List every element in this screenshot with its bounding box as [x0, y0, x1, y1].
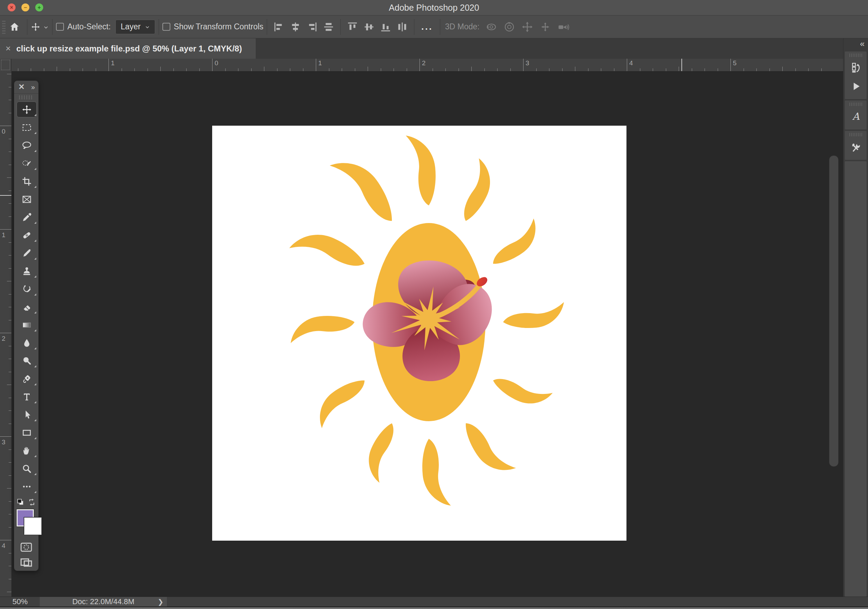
horizontal-ruler[interactable]: 1012345 — [11, 59, 843, 71]
swap-colors-icon[interactable] — [28, 498, 36, 507]
blur-tool[interactable] — [14, 334, 39, 352]
frame-tool[interactable] — [14, 190, 39, 208]
hand-tool[interactable] — [14, 442, 39, 459]
crop-tool-icon — [22, 176, 32, 187]
ruler-label: 0 — [2, 128, 6, 135]
more-align-options-button[interactable]: ... — [421, 22, 433, 32]
history-panel-button[interactable] — [846, 58, 866, 77]
show-transform-label: Show Transform Controls — [174, 22, 263, 31]
history-panel-icon — [850, 62, 862, 74]
svg-text:A: A — [852, 111, 860, 122]
panel-group-grip[interactable] — [849, 54, 862, 57]
align-buttons-group — [271, 21, 337, 33]
vertical-ruler[interactable]: 01234 — [0, 71, 12, 597]
ruler-cursor-indicator — [0, 195, 11, 196]
panel-group — [845, 51, 866, 99]
background-color-swatch[interactable] — [24, 518, 42, 535]
3d-roll-icon — [503, 21, 516, 33]
home-button[interactable] — [6, 18, 23, 36]
distribute-vertical-centers-icon[interactable] — [396, 21, 408, 33]
auto-select-checkbox[interactable] — [56, 23, 64, 31]
photoshop-window: × − + Adobe Photoshop 2020 Auto-Select: … — [0, 0, 868, 609]
3d-mode-label: 3D Mode: — [445, 22, 480, 31]
edit-toolbar-tool[interactable] — [14, 478, 39, 495]
align-buttons-group-2 — [344, 21, 411, 33]
ruler-label: 4 — [2, 542, 6, 550]
crop-tool[interactable] — [14, 172, 39, 190]
type-tool-icon — [22, 391, 32, 402]
eyedropper-tool[interactable] — [14, 208, 39, 226]
dodge-tool[interactable] — [14, 352, 39, 370]
panel-group-grip[interactable] — [849, 102, 862, 106]
chevron-down-icon — [43, 24, 49, 30]
lasso-tool[interactable] — [14, 136, 39, 154]
type-tool[interactable] — [14, 388, 39, 406]
actions-panel-button[interactable] — [846, 77, 866, 96]
tools-panel-close-icon[interactable]: ✕ — [18, 82, 25, 91]
default-colors-icon[interactable] — [17, 498, 25, 507]
document-tab[interactable]: × click up resize example file.psd @ 50%… — [0, 38, 256, 59]
actions-panel-icon — [850, 80, 862, 92]
gradient-tool-icon — [22, 320, 32, 331]
tools-panel-grip[interactable] — [19, 94, 34, 100]
history-brush-tool[interactable] — [14, 280, 39, 298]
eraser-tool[interactable] — [14, 298, 39, 316]
path-selection-tool-icon — [22, 410, 32, 420]
rectangular-marquee-tool[interactable] — [14, 118, 39, 136]
document-canvas[interactable] — [212, 126, 626, 541]
panel-group — [845, 131, 866, 160]
align-bottom-edges-icon[interactable] — [380, 21, 392, 33]
spot-healing-brush-tool[interactable] — [14, 226, 39, 244]
current-tool-preset[interactable] — [31, 18, 49, 36]
zoom-level-field[interactable]: 50% — [12, 597, 28, 607]
tool-options-bar: Auto-Select: Layer Show Transform Contro… — [0, 15, 868, 38]
pen-tool[interactable] — [14, 370, 39, 388]
screen-mode-button[interactable] — [19, 555, 33, 569]
3d-mode-buttons — [482, 21, 572, 33]
zoom-tool[interactable] — [14, 459, 39, 478]
tools-panel-expand-icon[interactable]: » — [31, 83, 34, 91]
macos-dock-edge — [0, 607, 868, 609]
align-top-edges-icon[interactable] — [347, 21, 358, 33]
canvas-pasteboard — [11, 71, 843, 597]
tab-title: click up resize example file.psd @ 50% (… — [16, 44, 242, 54]
rectangle-tool-icon — [22, 427, 32, 438]
ruler-label: 4 — [629, 59, 633, 67]
tool-presets-panel-button[interactable] — [846, 138, 866, 156]
options-bar-grip — [2, 20, 6, 34]
eraser-tool-icon — [22, 302, 32, 312]
quick-mask-button[interactable] — [19, 540, 33, 554]
move-tool[interactable] — [14, 100, 39, 118]
eyedropper-tool-icon — [22, 212, 32, 223]
panel-group-grip[interactable] — [849, 133, 862, 136]
rectangle-tool[interactable] — [14, 424, 39, 442]
align-horizontal-centers-icon[interactable] — [290, 21, 301, 33]
brush-tool[interactable] — [14, 244, 39, 262]
align-left-edges-icon[interactable] — [273, 21, 285, 33]
ruler-cursor-indicator — [681, 59, 682, 71]
path-selection-tool[interactable] — [14, 406, 39, 424]
clone-stamp-tool[interactable] — [14, 262, 39, 280]
tab-close-icon[interactable]: × — [6, 43, 11, 54]
gradient-tool[interactable] — [14, 316, 39, 334]
panels-dock: « A — [843, 38, 868, 597]
character-styles-panel-icon: A — [850, 111, 862, 122]
frame-tool-icon — [22, 194, 32, 205]
object-selection-tool[interactable] — [14, 154, 39, 172]
zoom-tool-icon — [22, 463, 32, 474]
expand-panels-icon[interactable]: « — [860, 39, 865, 49]
vertical-scrollbar-thumb[interactable] — [829, 155, 839, 467]
distribute-horizontal-centers-icon[interactable] — [323, 21, 335, 33]
show-transform-checkbox[interactable] — [163, 23, 170, 31]
align-right-edges-icon[interactable] — [306, 21, 318, 33]
ruler-origin-corner[interactable] — [0, 59, 11, 71]
ruler-label: 1 — [111, 59, 115, 67]
brush-tool-icon — [22, 248, 32, 258]
dodge-tool-icon — [22, 356, 32, 366]
character-styles-panel-button[interactable]: A — [846, 107, 866, 126]
align-vertical-centers-icon[interactable] — [363, 21, 375, 33]
tool-presets-panel-icon — [850, 141, 862, 153]
status-chevron-icon[interactable]: ❯ — [158, 598, 163, 606]
auto-select-target-dropdown[interactable]: Layer — [115, 20, 155, 34]
document-info[interactable]: Doc: 22.0M/44.8M ❯ — [40, 597, 167, 607]
